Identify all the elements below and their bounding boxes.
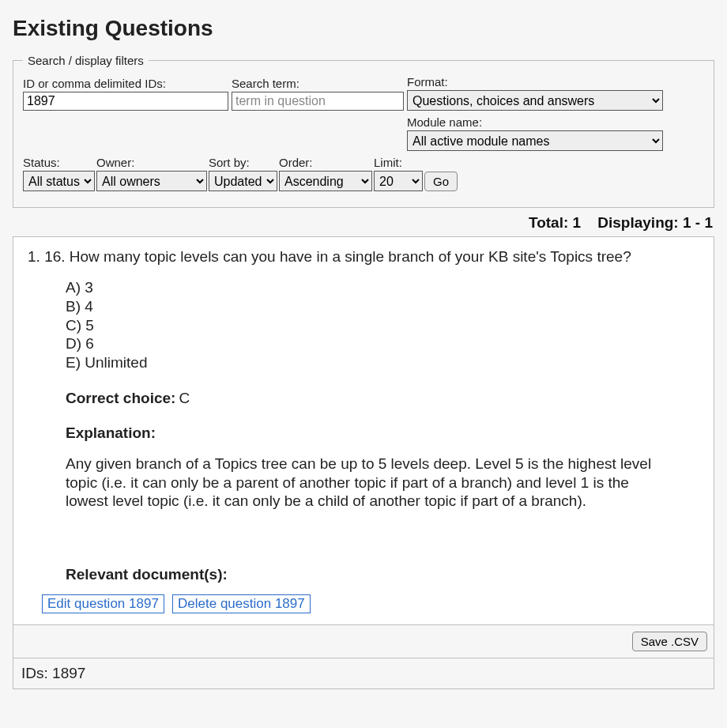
choice-list: A) 3 B) 4 C) 5 D) 6 E) Unlimited (66, 278, 699, 372)
choice-d: D) 6 (66, 334, 699, 353)
question-text: 1. 16. How many topic levels can you hav… (28, 248, 699, 266)
save-csv-button[interactable]: Save .CSV (632, 632, 707, 651)
total-label: Total: (529, 214, 568, 231)
question-panel: 1. 16. How many topic levels can you hav… (13, 236, 714, 625)
choice-e: E) Unlimited (66, 353, 699, 372)
limit-select[interactable]: 20 (374, 171, 423, 191)
delete-question-button[interactable]: Delete question 1897 (172, 594, 311, 613)
displaying-label: Displaying: (597, 214, 678, 231)
id-label: ID or comma delimited IDs: (23, 77, 230, 90)
filters-legend: Search / display filters (23, 54, 149, 67)
explanation-block: Explanation: Any given branch of a Topic… (66, 424, 699, 511)
order-label: Order: (279, 156, 372, 169)
correct-choice-label: Correct choice: (66, 390, 175, 406)
search-term-label: Search term: (232, 77, 405, 90)
id-input[interactable] (23, 92, 228, 111)
owner-label: Owner: (96, 156, 207, 169)
page-title: Existing Questions (13, 16, 714, 41)
relevant-docs-label: Relevant document(s): (66, 566, 699, 583)
choice-a: A) 3 (66, 278, 699, 297)
ids-label: IDs: (21, 665, 48, 681)
search-filters-fieldset: Search / display filters ID or comma del… (13, 54, 714, 208)
choice-b: B) 4 (66, 297, 699, 316)
total-value: 1 (573, 214, 582, 231)
limit-label: Limit: (374, 156, 423, 169)
order-select[interactable]: Ascending (279, 171, 372, 191)
status-label: Status: (23, 156, 95, 169)
results-summary: Total: 1 Displaying: 1 - 1 (13, 214, 713, 232)
ids-row: IDs: 1897 (13, 658, 714, 689)
format-select[interactable]: Questions, choices and answers (407, 90, 663, 111)
format-label: Format: (407, 75, 665, 89)
module-select[interactable]: All active module names (407, 130, 663, 151)
save-row: Save .CSV (13, 625, 714, 658)
correct-choice-value: C (179, 390, 190, 406)
ids-value: 1897 (52, 665, 85, 681)
status-select[interactable]: All status (23, 171, 95, 191)
sort-select[interactable]: Updated (209, 171, 277, 191)
module-label: Module name: (407, 115, 665, 129)
owner-select[interactable]: All owners (96, 171, 207, 191)
explanation-text: Any given branch of a Topics tree can be… (66, 455, 661, 511)
sort-label: Sort by: (209, 156, 277, 169)
correct-choice-row: Correct choice: C (66, 390, 699, 407)
displaying-value: 1 - 1 (683, 214, 713, 231)
explanation-label: Explanation: (66, 424, 156, 441)
go-button[interactable]: Go (424, 172, 458, 191)
choice-c: C) 5 (66, 316, 699, 335)
edit-question-button[interactable]: Edit question 1897 (42, 594, 164, 613)
search-term-input[interactable] (232, 92, 404, 111)
